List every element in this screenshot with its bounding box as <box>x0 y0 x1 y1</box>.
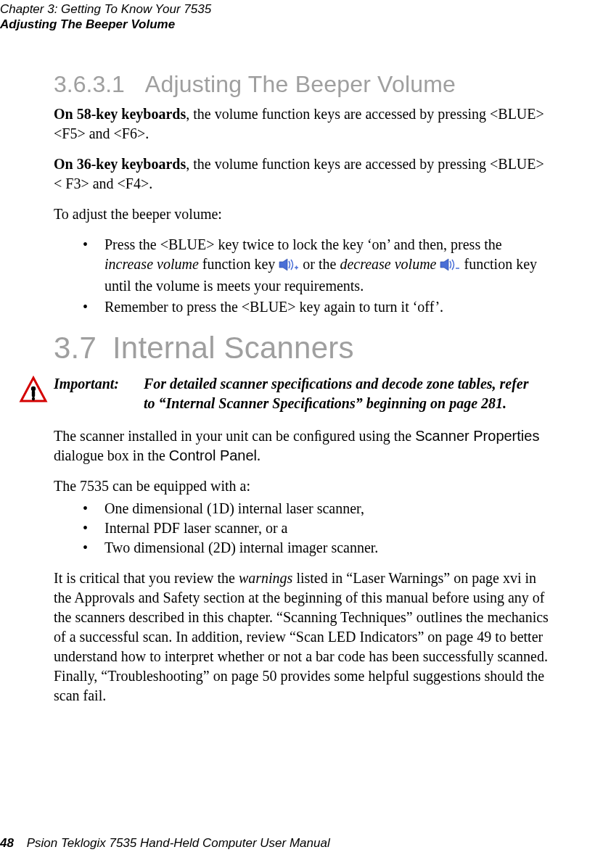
svg-rect-7 <box>32 390 35 397</box>
paragraph: On 36-key keyboards, the volume function… <box>54 154 549 194</box>
para-lead: On 58-key keyboards <box>54 106 186 122</box>
volume-up-icon <box>279 257 299 276</box>
heading-title: Adjusting The Beeper Volume <box>145 71 456 97</box>
volume-down-icon <box>440 257 460 276</box>
header-chapter: Chapter 3: Getting To Know Your 7535 <box>0 1 603 17</box>
list-item: Internal PDF laser scanner, or a <box>99 518 549 538</box>
ui-term: Control Panel <box>169 447 257 463</box>
list-item: Two dimensional (2D) internal imager sca… <box>99 538 549 558</box>
svg-marker-0 <box>279 259 287 270</box>
list-item: Remember to press the <BLUE> key again t… <box>99 297 549 317</box>
footer-title: Psion Teklogix 7535 Hand-Held Computer U… <box>27 836 330 850</box>
header-section: Adjusting The Beeper Volume <box>0 17 603 32</box>
para-lead: On 36-key keyboards <box>54 156 186 172</box>
warning-icon <box>19 376 48 410</box>
important-first: For detailed scanner speciﬁcations and d… <box>144 376 529 392</box>
page-number: 48 <box>0 835 23 852</box>
bullet-list: Press the <BLUE> key twice to lock the k… <box>54 235 549 317</box>
paragraph: It is critical that you review the warni… <box>54 569 549 706</box>
important-label: Important: <box>54 374 144 394</box>
svg-point-8 <box>32 397 35 400</box>
important-body: to “Internal Scanner Speciﬁcations” begi… <box>54 394 549 413</box>
important-text: Important:For detailed scanner speciﬁcat… <box>48 374 549 413</box>
heading-3-6-3-1: 3.6.3.1Adjusting The Beeper Volume <box>54 69 549 100</box>
heading-3-7: 3.7Internal Scanners <box>54 328 549 369</box>
paragraph: To adjust the beeper volume: <box>54 204 549 224</box>
list-item: One dimensional (1D) internal laser scan… <box>99 499 549 518</box>
list-item: Press the <BLUE> key twice to lock the k… <box>99 235 549 296</box>
important-note: Important:For detailed scanner speciﬁcat… <box>19 374 549 413</box>
heading-title: Internal Scanners <box>112 331 354 365</box>
paragraph: The 7535 can be equipped with a: <box>54 476 549 496</box>
page-footer: 48 Psion Teklogix 7535 Hand-Held Compute… <box>0 835 330 852</box>
paragraph: The scanner installed in your unit can b… <box>54 426 549 466</box>
heading-number: 3.6.3.1 <box>54 71 125 97</box>
heading-number: 3.7 <box>54 331 97 365</box>
bullet-list: One dimensional (1D) internal laser scan… <box>54 499 549 558</box>
page-content: 3.6.3.1Adjusting The Beeper Volume On 58… <box>0 33 549 706</box>
running-header: Chapter 3: Getting To Know Your 7535 Adj… <box>0 0 603 33</box>
ui-term: Scanner Properties <box>415 428 539 444</box>
paragraph: On 58-key keyboards, the volume function… <box>54 104 549 144</box>
svg-marker-3 <box>440 259 448 270</box>
